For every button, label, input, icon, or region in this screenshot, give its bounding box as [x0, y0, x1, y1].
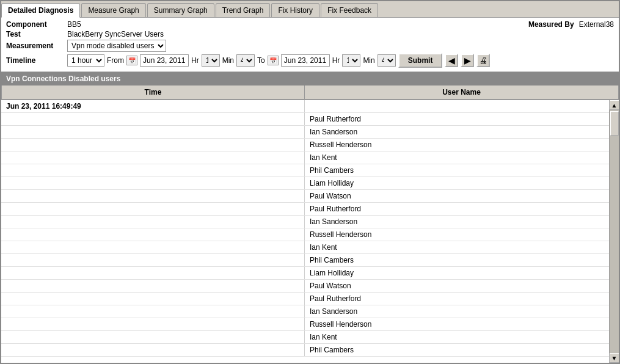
- table-row: Ian Sanderson: [1, 305, 609, 318]
- cell-username: Ian Sanderson: [305, 126, 609, 138]
- col-header-time: Time: [1, 86, 305, 99]
- scrollbar-track[interactable]: [610, 110, 619, 353]
- tab-fix-history[interactable]: Fix History: [271, 3, 319, 17]
- info-area: Component BB5 Measured By External38 Tes…: [1, 18, 619, 72]
- component-row: Component BB5 Measured By External38: [6, 20, 614, 29]
- timeline-label: Timeline: [6, 56, 67, 65]
- from-label: From: [107, 56, 124, 65]
- scroll-down-button[interactable]: ▼: [610, 353, 619, 363]
- measurement-row: Measurement Vpn mode disabled users: [6, 40, 614, 52]
- measured-by-value: External38: [579, 20, 614, 29]
- measurement-select-wrapper: Vpn mode disabled users: [67, 40, 166, 52]
- timeline-interval-select[interactable]: 1 hour: [67, 54, 104, 67]
- to-hr-select[interactable]: 17: [342, 54, 360, 67]
- table-section-header: Vpn Connections Disabled users: [1, 72, 619, 86]
- cell-time: [1, 139, 305, 151]
- cell-time: [1, 293, 305, 305]
- cell-username: Ian Kent: [305, 241, 609, 253]
- cell-username: Phil Cambers: [305, 164, 609, 177]
- cell-username: Liam Holliday: [305, 267, 609, 279]
- cell-username: Russell Henderson: [305, 139, 609, 151]
- cell-username: Phil Cambers: [305, 254, 609, 266]
- cell-username: Ian Sanderson: [305, 216, 609, 228]
- cell-time: [1, 177, 305, 189]
- table-body-wrapper: Jun 23, 2011 16:49:49Paul RutherfordIan …: [1, 100, 619, 363]
- cell-username: Ian Kent: [305, 331, 609, 343]
- table-row: Russell Henderson: [1, 318, 609, 331]
- submit-button[interactable]: Submit: [398, 53, 443, 68]
- data-table-container: Vpn Connections Disabled users Time User…: [1, 72, 619, 363]
- table-row: Paul Rutherford: [1, 203, 609, 216]
- table-row: Ian Kent: [1, 331, 609, 344]
- col-header-username: User Name: [305, 86, 619, 99]
- timeline-controls: 1 hour From 📅 Hr 16 Min 4 To 📅 Hr 17: [67, 53, 490, 68]
- to-hr-label: Hr: [332, 56, 340, 65]
- table-row: Russell Henderson: [1, 228, 609, 241]
- cell-username: Ian Kent: [305, 151, 609, 164]
- table-row: Phil Cambers: [1, 254, 609, 267]
- component-label: Component: [6, 20, 67, 29]
- to-date-input[interactable]: [281, 54, 330, 67]
- table-row: Paul Rutherford: [1, 293, 609, 305]
- to-label: To: [257, 56, 265, 65]
- table-row: Ian Kent: [1, 241, 609, 254]
- back-icon-button[interactable]: ◀: [445, 54, 458, 67]
- table-row: Phil Cambers: [1, 164, 609, 177]
- table-row: Ian Sanderson: [1, 126, 609, 139]
- measured-by-label: Measured By: [528, 20, 574, 29]
- cell-username: Liam Holliday: [305, 177, 609, 189]
- cell-username: Paul Rutherford: [305, 293, 609, 305]
- cell-username: Paul Watson: [305, 280, 609, 292]
- from-min-select[interactable]: 4: [236, 54, 255, 67]
- cell-time: [1, 151, 305, 164]
- table-row: Paul Rutherford: [1, 113, 609, 126]
- cell-time: [1, 254, 305, 266]
- cell-username: Russell Henderson: [305, 228, 609, 241]
- from-date-input[interactable]: [140, 54, 189, 67]
- tab-summary-graph[interactable]: Summary Graph: [147, 3, 214, 17]
- table-row: Jun 23, 2011 16:49:49: [1, 100, 609, 113]
- table-body[interactable]: Jun 23, 2011 16:49:49Paul RutherfordIan …: [1, 100, 609, 363]
- cell-username: Paul Watson: [305, 190, 609, 202]
- test-row: Test BlackBerry SyncServer Users: [6, 30, 614, 38]
- measurement-label: Measurement: [6, 42, 67, 50]
- from-calendar-icon[interactable]: 📅: [126, 56, 137, 65]
- table-row: Phil Cambers: [1, 344, 609, 357]
- min-label: Min: [222, 56, 234, 65]
- cell-time: [1, 216, 305, 228]
- cell-username: Paul Rutherford: [305, 113, 609, 125]
- print-icon-button[interactable]: 🖨: [476, 54, 490, 67]
- cell-time: [1, 228, 305, 241]
- tab-bar: Detailed Diagnosis Measure Graph Summary…: [1, 1, 619, 18]
- scroll-up-button[interactable]: ▲: [610, 100, 619, 110]
- forward-icon-button[interactable]: ▶: [461, 54, 474, 67]
- measured-by-section: Measured By External38: [528, 20, 614, 29]
- timeline-row: Timeline 1 hour From 📅 Hr 16 Min 4 To 📅: [6, 53, 614, 68]
- cell-time: [1, 331, 305, 343]
- to-calendar-icon[interactable]: 📅: [268, 56, 279, 65]
- to-min-select[interactable]: 4: [377, 54, 396, 67]
- cell-time: [1, 190, 305, 202]
- scrollbar: ▲ ▼: [609, 100, 619, 363]
- component-value: BB5: [67, 20, 406, 29]
- cell-username: Russell Henderson: [305, 318, 609, 330]
- cell-time: [1, 164, 305, 177]
- cell-time: [1, 280, 305, 292]
- test-label: Test: [6, 30, 67, 38]
- cell-time: [1, 203, 305, 215]
- from-hr-select[interactable]: 16: [202, 54, 220, 67]
- cell-time: [1, 241, 305, 253]
- tab-trend-graph[interactable]: Trend Graph: [216, 3, 271, 17]
- table-row: Paul Watson: [1, 190, 609, 203]
- cell-username: [305, 100, 609, 112]
- tab-measure-graph[interactable]: Measure Graph: [81, 3, 145, 17]
- measurement-select[interactable]: Vpn mode disabled users: [67, 40, 166, 52]
- cell-username: Phil Cambers: [305, 344, 609, 356]
- test-value: BlackBerry SyncServer Users: [67, 30, 614, 38]
- hr-label: Hr: [191, 56, 199, 65]
- scrollbar-thumb[interactable]: [610, 111, 619, 136]
- tab-fix-feedback[interactable]: Fix Feedback: [321, 3, 378, 17]
- cell-time: [1, 267, 305, 279]
- tab-detailed-diagnosis[interactable]: Detailed Diagnosis: [1, 3, 80, 18]
- table-header: Time User Name: [1, 86, 619, 100]
